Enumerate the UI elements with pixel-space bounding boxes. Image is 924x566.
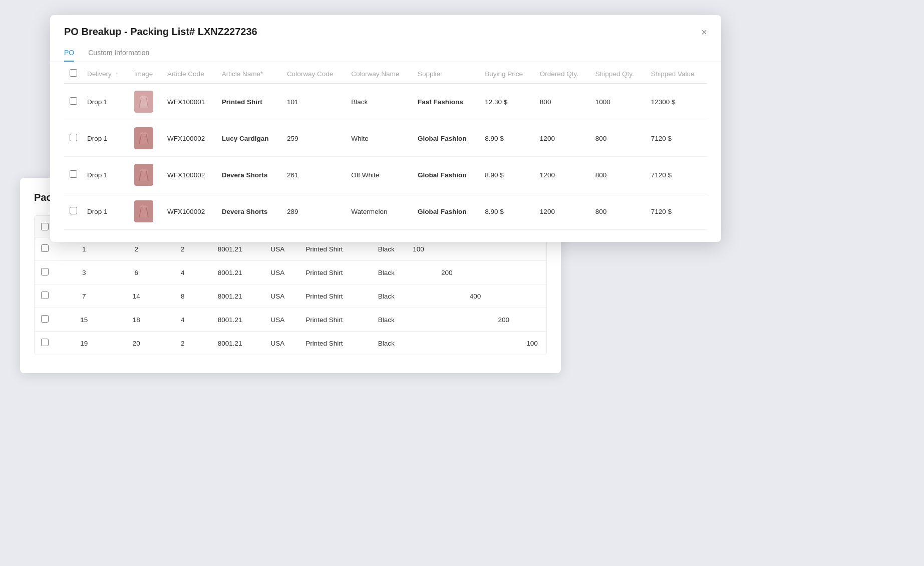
row-article-code: WFX100002 <box>162 120 217 157</box>
row-ctn-to: 18 <box>113 308 159 332</box>
row-check[interactable] <box>35 308 55 332</box>
tab-po[interactable]: PO <box>64 45 74 62</box>
row-colorway-code: 259 <box>282 120 346 157</box>
packing-row-checkbox[interactable] <box>41 339 49 346</box>
col-article-name: Article Name* <box>217 62 282 84</box>
close-button[interactable]: × <box>701 27 707 37</box>
row-num-ctn: 8 <box>159 285 206 308</box>
row-shipped-value: 7120 $ <box>646 157 707 193</box>
col-image: Image <box>129 62 162 84</box>
row-image <box>129 193 162 230</box>
row-ctn-from: 19 <box>55 332 113 355</box>
product-image <box>134 200 153 222</box>
row-num-ctn: 4 <box>159 261 206 285</box>
col-colorway-code: Colorway Code <box>282 62 346 84</box>
row-check[interactable] <box>35 332 55 355</box>
row-shipped-value: 7120 $ <box>646 193 707 230</box>
row-l <box>489 332 518 355</box>
po-breakup-modal: PO Breakup - Packing List# LXNZ227236 × … <box>50 15 721 242</box>
sort-arrow-icon: ↑ <box>116 71 119 77</box>
row-colorway-code: 261 <box>282 157 346 193</box>
packing-select-all-checkbox[interactable] <box>41 223 49 230</box>
packing-row-checkbox[interactable] <box>41 244 49 252</box>
row-po: 8001.21 <box>206 285 253 308</box>
col-ordered-qty: Ordered Qty. <box>535 62 590 84</box>
row-article: Printed Shirt <box>301 332 368 355</box>
po-table: Delivery ↑ Image Article Code Article Na… <box>64 62 707 230</box>
row-colorway-code: 289 <box>282 193 346 230</box>
row-xl <box>518 285 546 308</box>
row-buying-price: 8.90 $ <box>480 193 535 230</box>
row-m <box>461 308 490 332</box>
row-xl: 100 <box>518 332 546 355</box>
packing-row-checkbox[interactable] <box>41 292 49 299</box>
row-checkbox[interactable] <box>70 97 77 105</box>
row-delivery: Drop 1 <box>82 120 129 157</box>
row-ordered-qty: 800 <box>535 84 590 120</box>
row-xl <box>518 308 546 332</box>
col-buying-price: Buying Price <box>480 62 535 84</box>
modal-tabs: PO Custom Information <box>50 45 721 62</box>
row-checkbox[interactable] <box>70 134 77 141</box>
row-po: 8001.21 <box>206 308 253 332</box>
row-image <box>129 84 162 120</box>
row-check[interactable] <box>64 84 82 120</box>
row-delivery: Drop 1 <box>82 157 129 193</box>
table-row: Drop 1 WFX100002 Devera Shorts 261 Off W… <box>64 157 707 193</box>
row-colorway-name: Black <box>346 84 413 120</box>
select-all-checkbox[interactable] <box>70 69 77 77</box>
row-ctn-to: 6 <box>113 261 159 285</box>
row-xs <box>404 285 433 308</box>
row-checkbox[interactable] <box>70 170 77 178</box>
col-article-code: Article Code <box>162 62 217 84</box>
row-check[interactable] <box>35 285 55 308</box>
row-color: Black <box>368 308 404 332</box>
row-article-code: WFX100002 <box>162 193 217 230</box>
row-check[interactable] <box>64 157 82 193</box>
col-shipped-qty: Shipped Qty. <box>590 62 646 84</box>
row-delivery: Drop 1 <box>82 193 129 230</box>
row-checkbox[interactable] <box>70 207 77 214</box>
row-l <box>489 261 518 285</box>
row-s <box>433 332 461 355</box>
packing-row: 19 20 2 8001.21 USA Printed Shirt Black … <box>35 332 546 355</box>
row-po: 8001.21 <box>206 332 253 355</box>
row-ctn-from: 15 <box>55 308 113 332</box>
row-buying-price: 8.90 $ <box>480 120 535 157</box>
packing-row-checkbox[interactable] <box>41 268 49 275</box>
row-image <box>129 120 162 157</box>
col-colorway-name: Colorway Name <box>346 62 413 84</box>
packing-row: 7 14 8 8001.21 USA Printed Shirt Black 4… <box>35 285 546 308</box>
product-image <box>134 127 153 149</box>
packing-row: 3 6 4 8001.21 USA Printed Shirt Black 20… <box>35 261 546 285</box>
row-ordered-qty: 1200 <box>535 120 590 157</box>
row-s: 200 <box>433 261 461 285</box>
row-article-name: Devera Shorts <box>217 157 282 193</box>
row-ctn-from: 3 <box>55 261 113 285</box>
table-row: Drop 1 WFX100002 Lucy Cardigan 259 White… <box>64 120 707 157</box>
row-colorway-name: Off White <box>346 157 413 193</box>
row-article: Printed Shirt <box>301 308 368 332</box>
row-article-name: Printed Shirt <box>217 84 282 120</box>
row-check[interactable] <box>64 193 82 230</box>
row-xs <box>404 308 433 332</box>
row-check[interactable] <box>64 120 82 157</box>
product-image <box>134 164 153 186</box>
col-delivery[interactable]: Delivery ↑ <box>82 62 129 84</box>
row-color: Black <box>368 332 404 355</box>
tab-custom-information[interactable]: Custom Information <box>88 45 149 62</box>
row-po: 8001.21 <box>206 261 253 285</box>
row-colorway-name: White <box>346 120 413 157</box>
row-color: Black <box>368 261 404 285</box>
row-colorway-name: Watermelon <box>346 193 413 230</box>
row-territory: USA <box>254 332 301 355</box>
row-colorway-code: 101 <box>282 84 346 120</box>
row-buying-price: 8.90 $ <box>480 157 535 193</box>
row-m <box>461 261 490 285</box>
row-ctn-to: 14 <box>113 285 159 308</box>
row-check[interactable] <box>35 261 55 285</box>
table-row: Drop 1 WFX100001 Printed Shirt 101 Black… <box>64 84 707 120</box>
packing-row-checkbox[interactable] <box>41 315 49 323</box>
row-num-ctn: 2 <box>159 332 206 355</box>
row-supplier: Global Fashion <box>413 193 480 230</box>
